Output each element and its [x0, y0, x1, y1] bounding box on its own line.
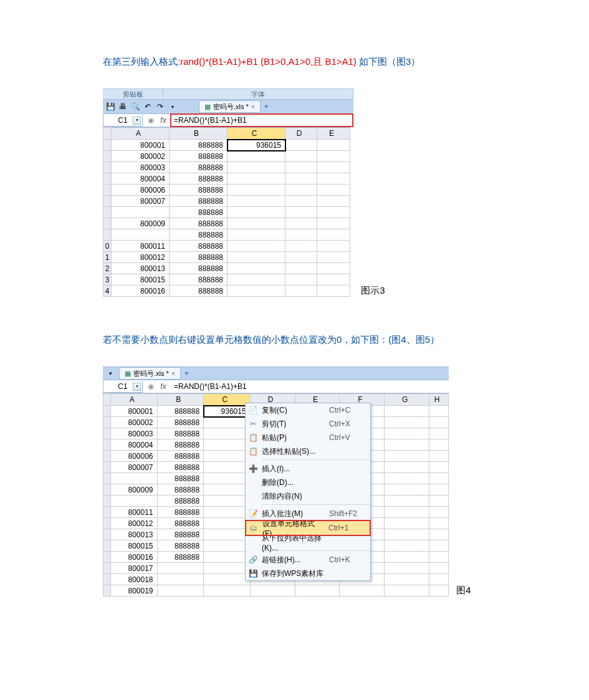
cell[interactable] — [157, 585, 204, 597]
cell[interactable]: 800013 — [112, 263, 170, 274]
cell[interactable] — [340, 585, 385, 597]
row-header[interactable] — [103, 473, 111, 484]
cell[interactable] — [385, 574, 429, 585]
cell[interactable]: 888888 — [157, 439, 204, 451]
cell[interactable] — [385, 563, 429, 574]
cell[interactable]: 800001 — [112, 140, 170, 151]
cell[interactable] — [429, 574, 449, 585]
row-header[interactable] — [103, 162, 112, 173]
cell[interactable]: 888888 — [157, 417, 204, 428]
context-menu[interactable]: 📄复制(C)Ctrl+C✂剪切(T)Ctrl+X📋粘贴(P)Ctrl+V📋选择性… — [245, 403, 371, 581]
cell[interactable] — [385, 496, 429, 507]
save-icon[interactable]: 💾 — [105, 102, 115, 112]
cell[interactable]: 888888 — [170, 140, 227, 151]
row-header[interactable] — [103, 540, 111, 552]
row-header[interactable]: 4 — [103, 285, 112, 297]
cell[interactable] — [385, 473, 429, 484]
cell[interactable] — [285, 196, 317, 207]
col-header-A[interactable]: A — [111, 394, 158, 406]
cell[interactable]: 888888 — [157, 540, 204, 552]
cell[interactable] — [285, 162, 317, 173]
col-header-C[interactable]: C — [227, 128, 285, 140]
row-header[interactable] — [103, 173, 112, 185]
row-header[interactable] — [103, 229, 112, 241]
cell[interactable]: 888888 — [170, 162, 227, 173]
cell[interactable]: 800012 — [112, 252, 170, 263]
cell[interactable]: 800003 — [112, 162, 170, 173]
cell[interactable] — [204, 417, 251, 428]
cell[interactable] — [157, 574, 204, 585]
cell[interactable] — [204, 574, 251, 585]
cell[interactable] — [385, 451, 429, 462]
row-header[interactable] — [103, 585, 111, 597]
cell[interactable] — [227, 263, 285, 274]
cell[interactable]: 800001 — [111, 406, 158, 417]
cell[interactable] — [385, 462, 429, 473]
cell[interactable]: 888888 — [157, 473, 204, 484]
cell[interactable]: 888888 — [170, 274, 227, 285]
cell[interactable] — [317, 263, 350, 274]
cell[interactable] — [317, 274, 350, 285]
row-header[interactable] — [103, 496, 111, 507]
context-menu-item[interactable]: 从下拉列表中选择(K)... — [246, 535, 370, 549]
cell[interactable] — [111, 473, 158, 484]
cell[interactable] — [429, 439, 449, 451]
row-header[interactable] — [103, 529, 111, 540]
cell[interactable]: 800015 — [112, 274, 170, 285]
row-header[interactable] — [103, 428, 111, 439]
cell[interactable] — [204, 563, 251, 574]
row-header[interactable] — [103, 406, 111, 417]
cell[interactable]: 800016 — [112, 285, 170, 297]
cell[interactable] — [429, 540, 449, 552]
cell[interactable]: 800002 — [111, 417, 158, 428]
row-header[interactable] — [103, 218, 112, 229]
cell[interactable]: 888888 — [170, 173, 227, 185]
name-box-dropdown-icon[interactable]: ▾ — [133, 383, 141, 391]
cell[interactable] — [317, 241, 350, 252]
cell[interactable] — [385, 518, 429, 529]
row-header[interactable] — [103, 451, 111, 462]
cell[interactable] — [204, 428, 251, 439]
cell[interactable] — [385, 552, 429, 563]
row-header[interactable]: 0 — [103, 241, 112, 252]
cell[interactable] — [317, 162, 350, 173]
close-tab-icon[interactable]: × — [251, 103, 255, 110]
cell[interactable]: 888888 — [157, 496, 204, 507]
cell[interactable]: 800017 — [111, 563, 158, 574]
cell[interactable]: 888888 — [157, 451, 204, 462]
cell[interactable] — [204, 473, 251, 484]
cell[interactable]: 888888 — [170, 285, 227, 297]
cell[interactable] — [227, 241, 285, 252]
row-header[interactable] — [103, 563, 111, 574]
row-header[interactable] — [103, 462, 111, 473]
cell[interactable]: 800011 — [111, 507, 158, 518]
cell[interactable]: 888888 — [170, 196, 227, 207]
cell[interactable]: 888888 — [157, 406, 204, 417]
col-header-C[interactable]: C — [204, 394, 251, 406]
print-icon[interactable]: 🖶 — [118, 102, 128, 112]
row-header[interactable] — [103, 196, 112, 207]
cell[interactable] — [285, 207, 317, 218]
cell[interactable] — [285, 241, 317, 252]
formula-input[interactable]: =RAND()*(B1-A1)+B1 — [170, 113, 353, 127]
col-header-B[interactable]: B — [157, 394, 204, 406]
row-header[interactable] — [103, 507, 111, 518]
cell[interactable]: 800015 — [111, 540, 158, 552]
spreadsheet-grid-3[interactable]: ABCDE80000188888893601580000288888880000… — [103, 127, 350, 297]
cell[interactable] — [317, 185, 350, 196]
cell[interactable] — [204, 496, 251, 507]
cell[interactable] — [204, 540, 251, 552]
row-header[interactable] — [103, 417, 111, 428]
cell[interactable] — [317, 173, 350, 185]
cell[interactable] — [429, 417, 449, 428]
cell[interactable] — [204, 507, 251, 518]
row-header[interactable] — [103, 574, 111, 585]
cell[interactable] — [227, 218, 285, 229]
cell[interactable]: 800018 — [111, 574, 158, 585]
cell[interactable]: 888888 — [157, 428, 204, 439]
cell[interactable] — [227, 151, 285, 162]
cell[interactable]: 800004 — [111, 439, 158, 451]
new-tab-button[interactable]: + — [261, 102, 272, 111]
context-menu-item[interactable]: 📋粘贴(P)Ctrl+V — [246, 431, 370, 444]
context-menu-item[interactable]: ✂剪切(T)Ctrl+X — [246, 417, 370, 431]
